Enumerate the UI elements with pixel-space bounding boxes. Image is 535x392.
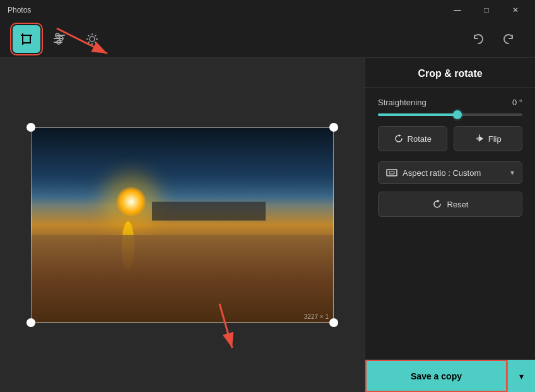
- flip-icon: [474, 134, 485, 144]
- undo-icon: [472, 33, 485, 45]
- redo-icon: [502, 33, 515, 45]
- title-bar: Photos — □ ✕: [0, 0, 535, 20]
- sky: [31, 127, 334, 205]
- save-dropdown-button[interactable]: ▾: [507, 360, 535, 392]
- reset-label: Reset: [447, 200, 469, 209]
- straightening-slider[interactable]: [378, 113, 522, 116]
- toolbar: [0, 20, 535, 58]
- filter-icon: [85, 32, 99, 46]
- slider-track: [378, 113, 522, 116]
- crop-handle-tr[interactable]: [329, 123, 338, 132]
- svg-rect-9: [56, 35, 65, 36]
- reset-icon: [432, 199, 442, 209]
- rotate-icon: [394, 134, 404, 144]
- minimize-button[interactable]: —: [443, 0, 472, 20]
- save-bar: Save a copy ▾: [365, 359, 535, 392]
- rotate-flip-row: Rotate Flip: [378, 126, 522, 151]
- undo-button[interactable]: [464, 25, 492, 53]
- canvas-area: 3227 × 1: [0, 58, 365, 392]
- pier: [152, 202, 266, 221]
- flip-label: Flip: [488, 134, 502, 144]
- adjust-tool-button[interactable]: [45, 25, 73, 53]
- flip-button[interactable]: Flip: [454, 126, 523, 151]
- panel-spacer: [365, 234, 535, 359]
- window-controls: — □ ✕: [443, 0, 530, 20]
- sun: [115, 186, 147, 217]
- svg-rect-11: [54, 42, 62, 43]
- image-dimensions: 3227 × 1: [304, 313, 329, 320]
- save-copy-button[interactable]: Save a copy: [365, 360, 507, 392]
- svg-line-19: [95, 42, 96, 43]
- close-button[interactable]: ✕: [501, 0, 530, 20]
- photo: [31, 127, 334, 323]
- adjust-icon: [52, 32, 66, 46]
- svg-rect-7: [54, 38, 62, 39]
- main-content: 3227 × 1 Crop & rotate Straightening 0 °: [0, 58, 535, 392]
- crop-tool-button[interactable]: [13, 25, 40, 53]
- chevron-down-icon: ▾: [510, 168, 514, 177]
- straightening-value: 0 °: [512, 98, 522, 107]
- rotate-label: Rotate: [408, 134, 432, 144]
- aspect-ratio-selector[interactable]: Aspect ratio : Custom ▾: [378, 161, 522, 184]
- maximize-button[interactable]: □: [472, 0, 501, 20]
- slider-fill: [378, 113, 457, 116]
- save-dropdown-chevron: ▾: [519, 371, 524, 381]
- panel-header: Crop & rotate: [365, 58, 535, 88]
- app-title: Photos: [5, 6, 31, 14]
- image-container: 3227 × 1: [31, 127, 334, 323]
- sand: [31, 235, 334, 323]
- svg-rect-25: [389, 171, 394, 174]
- svg-rect-2: [23, 35, 30, 43]
- straightening-label: Straightening: [378, 98, 426, 107]
- aspect-ratio-icon: [386, 167, 397, 178]
- undo-redo-controls: [464, 25, 522, 53]
- panel-section-straightening: Straightening 0 ° Rotate: [365, 88, 535, 234]
- svg-line-18: [88, 35, 90, 36]
- redo-button[interactable]: [495, 25, 522, 53]
- filter-tool-button[interactable]: [78, 25, 106, 53]
- crop-icon: [20, 32, 33, 46]
- straightening-row: Straightening 0 °: [378, 98, 522, 107]
- slider-thumb[interactable]: [453, 110, 462, 119]
- svg-line-20: [95, 35, 96, 36]
- svg-rect-24: [387, 170, 397, 176]
- crop-handle-tl[interactable]: [26, 123, 35, 132]
- crop-handle-br[interactable]: [329, 318, 338, 327]
- aspect-ratio-label: Aspect ratio : Custom: [403, 168, 510, 178]
- rotate-button[interactable]: Rotate: [378, 126, 447, 151]
- svg-point-13: [90, 37, 95, 42]
- reset-button[interactable]: Reset: [378, 192, 522, 217]
- crop-handle-bl[interactable]: [26, 318, 35, 327]
- svg-line-21: [88, 42, 90, 43]
- right-panel: Crop & rotate Straightening 0 ° Rot: [365, 58, 535, 392]
